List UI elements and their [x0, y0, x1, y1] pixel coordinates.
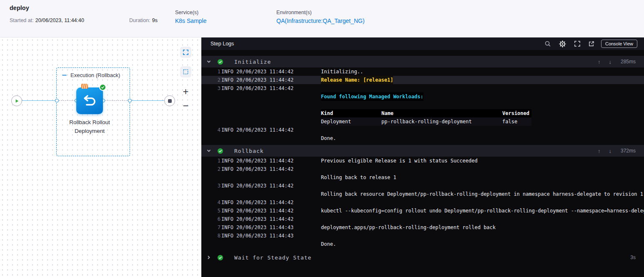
log-timestamp [236, 117, 295, 126]
log-level [221, 117, 236, 126]
expand-corners-icon [183, 49, 189, 55]
chevron-right-icon[interactable] [206, 255, 212, 260]
log-timestamp: 20/06/2023 11:44:42 [236, 182, 295, 190]
log-line: 7INFO20/06/2023 11:44:43deployment.apps/… [201, 223, 644, 232]
section-title: Rollback [234, 148, 264, 154]
log-line [201, 101, 644, 109]
line-number: 3 [214, 182, 221, 190]
console-view-button[interactable]: Console View [601, 40, 637, 48]
scroll-to-bottom-icon[interactable]: ↓ [609, 59, 612, 65]
log-message: Rolling back resource Deployment/pp-roll… [321, 190, 643, 198]
scroll-to-bottom-icon[interactable]: ↓ [609, 148, 612, 154]
chevron-down-icon[interactable] [206, 148, 212, 153]
log-line: Rolling back to release 1 [201, 173, 644, 182]
step-label[interactable]: Rollback Rollout Deployment [63, 118, 117, 135]
connector-dot[interactable] [55, 99, 59, 102]
status-success-icon [217, 148, 223, 154]
environments-label: Environment(s) [276, 10, 312, 15]
log-message: Release Name: [release1] [321, 76, 393, 84]
execution-header: deploy Started at:20/06/2023, 11:44:40 D… [0, 0, 644, 37]
end-node[interactable] [164, 95, 175, 106]
section-duration: 3s [617, 255, 636, 260]
line-number: 1 [214, 67, 221, 76]
line-number: 1 [214, 157, 221, 165]
started-at: Started at:20/06/2023, 11:44:40 [10, 17, 84, 23]
log-level [221, 101, 236, 109]
line-number [214, 109, 221, 117]
log-message: Initializing.. [321, 67, 363, 76]
log-message: Rolling back to release 1 [321, 173, 396, 182]
line-number: 5 [214, 207, 221, 215]
line-number [214, 240, 221, 248]
log-timestamp: 20/06/2023 11:44:42 [236, 126, 295, 134]
log-level: INFO [221, 223, 236, 232]
stop-icon [168, 99, 172, 103]
fullscreen-icon[interactable] [574, 40, 581, 47]
log-level [221, 240, 236, 248]
log-line: KindNameVersioned [201, 109, 644, 117]
pipeline-title: deploy [10, 5, 29, 11]
services-label: Service(s) [175, 10, 198, 15]
open-in-new-icon[interactable] [588, 41, 594, 47]
log-timestamp: 20/06/2023 11:44:42 [236, 165, 295, 173]
log-level: INFO [221, 76, 236, 84]
log-level [221, 173, 236, 182]
log-line: 4INFO20/06/2023 11:44:42 [201, 198, 644, 207]
section-title: Initialize [234, 59, 271, 65]
start-node[interactable] [11, 95, 22, 106]
line-number: 6 [214, 215, 221, 223]
log-console[interactable]: Initialize↑↓285ms1INFO20/06/2023 11:44:4… [201, 50, 644, 277]
collapse-group-icon[interactable] [62, 72, 67, 78]
log-section-initialize[interactable]: Initialize↑↓285ms [201, 56, 644, 67]
zoom-in-button[interactable]: + [180, 86, 191, 97]
log-message: Previous eligible Release is 1 with stat… [321, 157, 478, 165]
log-timestamp: 20/06/2023 11:44:42 [236, 157, 295, 165]
log-section-rollback[interactable]: Rollback↑↓372ms [201, 145, 644, 157]
log-message: kubectl --kubeconfig=config rollout undo… [321, 207, 644, 215]
log-level [221, 109, 236, 117]
marquee-select-button[interactable] [180, 66, 191, 77]
settings-gear-icon[interactable] [559, 40, 566, 48]
chevron-down-icon[interactable] [206, 59, 212, 64]
pipeline-canvas[interactable]: Execution (Rollback) [0, 37, 201, 277]
log-timestamp: 20/06/2023 11:44:42 [236, 67, 295, 76]
log-line: 1INFO20/06/2023 11:44:42Initializing.. [201, 67, 644, 76]
log-message: Done. [321, 134, 336, 142]
environment-link[interactable]: QA(Infrastructure:QA_Target_NG) [276, 17, 365, 24]
log-level: INFO [221, 232, 236, 240]
started-at-value: 20/06/2023, 11:44:40 [35, 17, 84, 23]
scroll-to-top-icon[interactable]: ↑ [598, 59, 601, 65]
log-section-wait-for-steady-state[interactable]: Wait for Steady State3s [201, 252, 644, 263]
log-timestamp [236, 101, 295, 109]
log-line: 2INFO20/06/2023 11:44:42 [201, 165, 644, 173]
log-line: Rolling back resource Deployment/pp-roll… [201, 190, 644, 198]
status-success-icon [217, 255, 223, 261]
line-number [214, 117, 221, 126]
log-level: INFO [221, 84, 236, 92]
log-timestamp [236, 173, 295, 182]
log-timestamp [236, 109, 295, 117]
connector-dot[interactable] [128, 99, 132, 102]
log-level [221, 190, 236, 198]
zoom-out-button[interactable]: − [180, 100, 191, 111]
log-timestamp: 20/06/2023 11:44:42 [236, 207, 295, 215]
line-number: 8 [214, 232, 221, 240]
log-timestamp: 20/06/2023 11:44:42 [236, 198, 295, 207]
log-level: INFO [221, 157, 236, 165]
search-icon[interactable] [544, 40, 551, 47]
log-line: Deploymentpp-rollback-rolling-deployment… [201, 117, 644, 126]
line-number: 2 [214, 76, 221, 84]
service-link[interactable]: K8s Sample [175, 17, 206, 24]
line-number [214, 173, 221, 182]
log-timestamp [236, 92, 295, 101]
line-number: 4 [214, 126, 221, 134]
scroll-to-top-icon[interactable]: ↑ [598, 148, 601, 154]
log-timestamp: 20/06/2023 11:44:42 [236, 215, 295, 223]
line-number: 7 [214, 223, 221, 232]
workload-table-row: KindNameVersioned [321, 109, 531, 117]
canvas-expand-button[interactable] [180, 47, 191, 58]
rollback-step-node[interactable] [76, 87, 103, 114]
duration-label: Duration: [129, 17, 150, 23]
section-title: Wait for Steady State [234, 255, 311, 261]
log-level: INFO [221, 126, 236, 134]
